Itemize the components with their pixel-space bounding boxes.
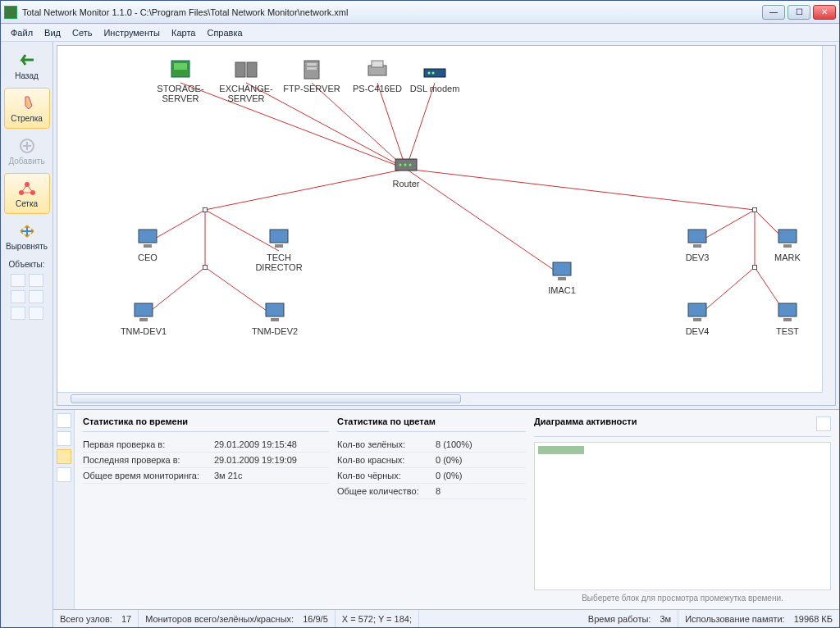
handle[interactable] bbox=[752, 265, 757, 270]
window-title: Total Network Monitor 1.1.0 - C:\Program… bbox=[22, 7, 762, 17]
pc-icon bbox=[683, 300, 711, 325]
activity-bar bbox=[538, 446, 584, 454]
align-icon bbox=[17, 222, 37, 240]
back-arrow-icon bbox=[17, 52, 37, 70]
svg-rect-46 bbox=[778, 230, 797, 243]
svg-rect-48 bbox=[135, 303, 153, 316]
activity-panel: Диаграмма активности Выберете блок для п… bbox=[534, 416, 831, 603]
scrollbar-vertical[interactable] bbox=[822, 46, 835, 392]
svg-rect-40 bbox=[270, 230, 288, 243]
scrollbar-thumb[interactable] bbox=[71, 394, 461, 403]
pin-icon[interactable] bbox=[816, 416, 831, 431]
back-button[interactable]: Назад bbox=[4, 45, 50, 86]
tab-settings-icon[interactable] bbox=[57, 467, 71, 482]
svg-rect-28 bbox=[307, 67, 317, 70]
node-dev4[interactable]: DEV4 bbox=[664, 300, 730, 336]
activity-chart[interactable] bbox=[534, 442, 831, 590]
scrollbar-horizontal[interactable] bbox=[57, 392, 822, 405]
map-canvas[interactable]: STORAGE-SERVER EXCHANGE-SERVER FTP-SERVE… bbox=[57, 45, 836, 406]
menu-file[interactable]: Файл bbox=[6, 26, 38, 39]
svg-rect-42 bbox=[553, 262, 571, 275]
object-palette bbox=[2, 271, 51, 323]
status-coords: X = 572; Y = 184; bbox=[342, 614, 412, 624]
color-stats-panel: Статистика по цветам Кол-во зелёных:8 (1… bbox=[337, 416, 526, 603]
svg-point-35 bbox=[399, 164, 402, 166]
pc-icon bbox=[134, 226, 162, 251]
node-ftp[interactable]: FTP-SERVER bbox=[279, 57, 345, 93]
server-icon bbox=[298, 57, 326, 82]
handle[interactable] bbox=[752, 207, 757, 212]
menubar: Файл Вид Сеть Инструменты Карта Справка bbox=[1, 24, 839, 42]
activity-title: Диаграмма активности bbox=[534, 416, 831, 437]
node-imac[interactable]: IMAC1 bbox=[529, 259, 595, 295]
minimize-button[interactable]: — bbox=[762, 5, 785, 20]
info-tabs bbox=[53, 410, 75, 609]
pc-icon bbox=[774, 226, 801, 251]
close-button[interactable]: ✕ bbox=[813, 5, 836, 20]
menu-tools[interactable]: Инструменты bbox=[98, 26, 165, 39]
tab-list-icon[interactable] bbox=[57, 431, 71, 446]
handle[interactable] bbox=[203, 265, 208, 270]
statusbar: Всего узлов: 17 Мониторов всего/зелёных/… bbox=[53, 609, 839, 627]
svg-rect-23 bbox=[174, 63, 187, 70]
node-tnm2[interactable]: TNM-DEV2 bbox=[242, 300, 308, 336]
add-icon bbox=[17, 137, 37, 155]
svg-point-36 bbox=[404, 164, 407, 166]
obj-server-icon[interactable] bbox=[11, 290, 25, 303]
menu-help[interactable]: Справка bbox=[202, 26, 247, 39]
node-test[interactable]: TEST bbox=[755, 300, 820, 336]
menu-map[interactable]: Карта bbox=[167, 26, 200, 39]
svg-rect-41 bbox=[275, 244, 283, 248]
node-tnm1[interactable]: TNM-DEV1 bbox=[111, 300, 176, 336]
svg-rect-39 bbox=[144, 244, 152, 248]
svg-point-33 bbox=[432, 72, 435, 75]
obj-monitor-icon[interactable] bbox=[29, 274, 43, 287]
svg-rect-25 bbox=[247, 62, 257, 77]
obj-device-icon[interactable] bbox=[29, 307, 43, 320]
svg-rect-24 bbox=[235, 62, 245, 77]
svg-rect-53 bbox=[693, 318, 701, 321]
add-button[interactable]: Добавить bbox=[4, 130, 50, 171]
menu-view[interactable]: Вид bbox=[39, 26, 66, 39]
pc-icon bbox=[130, 300, 158, 325]
arrow-tool-button[interactable]: Стрелка bbox=[4, 88, 50, 129]
node-ceo[interactable]: CEO bbox=[115, 226, 180, 262]
node-dev3[interactable]: DEV3 bbox=[664, 226, 730, 262]
svg-rect-45 bbox=[693, 244, 701, 248]
tab-eye-icon[interactable] bbox=[57, 413, 71, 428]
grid-button[interactable]: Сетка bbox=[4, 173, 50, 214]
app-icon bbox=[4, 6, 17, 19]
node-storage[interactable]: STORAGE-SERVER bbox=[148, 57, 213, 103]
obj-folder-icon[interactable] bbox=[11, 274, 25, 287]
svg-rect-51 bbox=[271, 318, 279, 321]
menu-network[interactable]: Сеть bbox=[67, 26, 97, 39]
mesh-icon bbox=[17, 180, 37, 198]
node-exchange[interactable]: EXCHANGE-SERVER bbox=[213, 57, 279, 103]
scroll-corner bbox=[822, 392, 835, 405]
handle[interactable] bbox=[203, 207, 208, 212]
svg-rect-52 bbox=[688, 303, 706, 316]
server-icon bbox=[232, 57, 260, 82]
modem-icon bbox=[421, 57, 449, 82]
svg-rect-47 bbox=[783, 244, 792, 248]
node-printer[interactable]: PS-C416ED bbox=[345, 57, 410, 93]
tab-stats-icon[interactable] bbox=[57, 449, 71, 464]
svg-rect-31 bbox=[424, 69, 445, 77]
node-router[interactable]: Router bbox=[373, 152, 439, 189]
obj-pc-icon[interactable] bbox=[29, 290, 43, 303]
info-panel: Статистика по времени Первая проверка в:… bbox=[53, 409, 839, 609]
node-mark[interactable]: MARK bbox=[755, 226, 820, 262]
svg-rect-55 bbox=[783, 318, 792, 321]
align-button[interactable]: Выровнять bbox=[4, 216, 50, 257]
titlebar[interactable]: Total Network Monitor 1.1.0 - C:\Program… bbox=[1, 1, 839, 24]
node-dsl[interactable]: DSL modem bbox=[402, 57, 468, 93]
activity-hint: Выберете блок для просмотра промежутка в… bbox=[534, 590, 831, 603]
obj-laptop-icon[interactable] bbox=[11, 307, 25, 320]
pc-icon bbox=[265, 226, 293, 251]
color-stats-title: Статистика по цветам bbox=[337, 416, 526, 432]
objects-label: Объекты: bbox=[8, 258, 44, 269]
pc-icon bbox=[683, 226, 711, 251]
node-tech[interactable]: TECH DIRECTOR bbox=[246, 226, 312, 272]
maximize-button[interactable]: ☐ bbox=[788, 5, 810, 20]
printer-icon bbox=[363, 57, 391, 82]
